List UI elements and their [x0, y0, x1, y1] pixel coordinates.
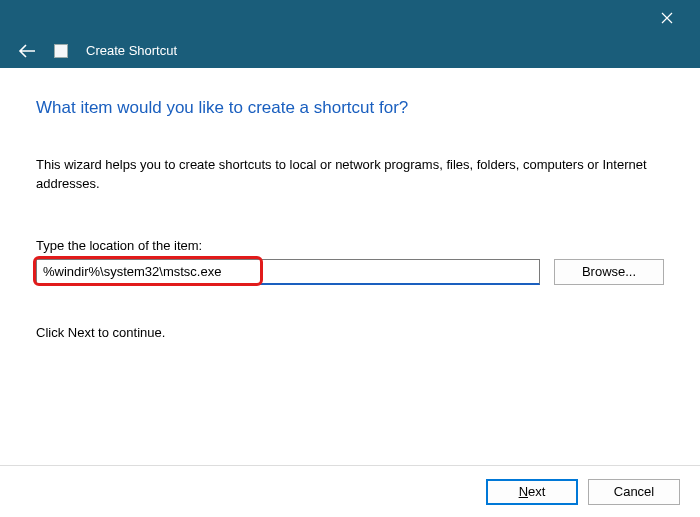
header-row: Create Shortcut — [18, 43, 177, 58]
location-input-wrap — [36, 259, 540, 285]
back-button[interactable] — [18, 44, 36, 58]
titlebar: Create Shortcut — [0, 0, 700, 68]
next-label-rest: ext — [528, 484, 545, 499]
back-arrow-icon — [18, 44, 36, 58]
location-input[interactable] — [36, 259, 540, 285]
page-heading: What item would you like to create a sho… — [36, 98, 664, 118]
wizard-description: This wizard helps you to create shortcut… — [36, 156, 664, 194]
location-row: Browse... — [36, 259, 664, 285]
window-title: Create Shortcut — [86, 43, 177, 58]
next-button[interactable]: Next — [486, 479, 578, 505]
location-label: Type the location of the item: — [36, 238, 664, 253]
close-icon — [661, 12, 673, 24]
content-area: What item would you like to create a sho… — [0, 68, 700, 340]
browse-button[interactable]: Browse... — [554, 259, 664, 285]
footer: Next Cancel — [0, 465, 700, 517]
next-mnemonic: N — [519, 484, 528, 499]
cancel-button[interactable]: Cancel — [588, 479, 680, 505]
close-button[interactable] — [646, 4, 688, 32]
shortcut-icon — [54, 44, 68, 58]
continue-instruction: Click Next to continue. — [36, 325, 664, 340]
